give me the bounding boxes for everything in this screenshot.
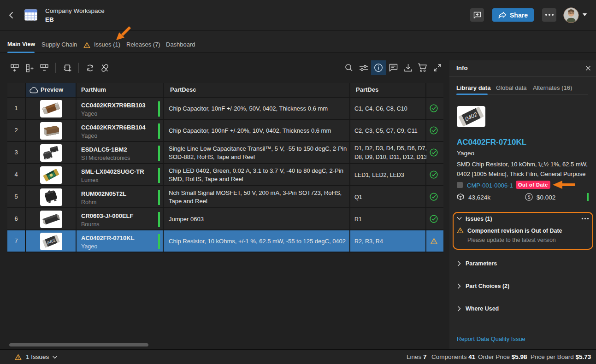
svg-text:$: $ xyxy=(528,194,531,200)
